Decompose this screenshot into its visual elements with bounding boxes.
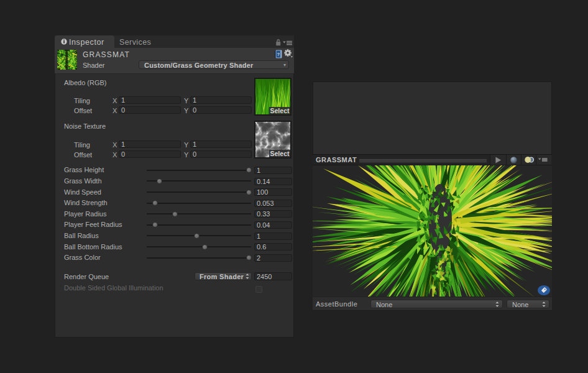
svg-text:?: ? [277,52,280,57]
